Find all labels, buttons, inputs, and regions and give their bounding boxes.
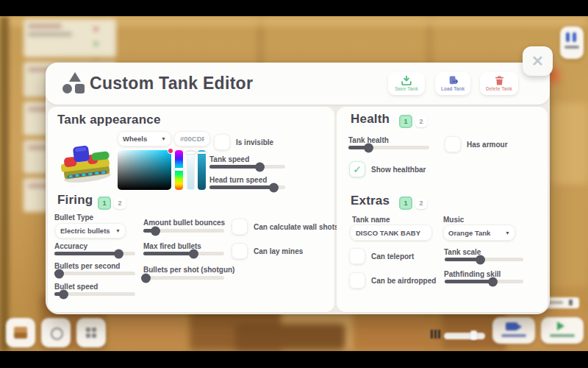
tank-appearance-heading: Tank appearance — [57, 113, 161, 127]
play-icon — [557, 322, 564, 330]
delete-tank-label: Delete Tank — [486, 86, 512, 91]
is-invisible-checkbox[interactable]: ✓ — [214, 134, 230, 150]
zoom-slider-knob[interactable] — [470, 330, 477, 340]
trash-icon — [495, 76, 504, 85]
accuracy-label: Accuracy — [54, 242, 87, 250]
record-label-blur — [501, 334, 526, 337]
save-icon — [401, 76, 412, 85]
can-teleport-checkbox[interactable]: ✓ — [349, 248, 365, 264]
zoom-slider[interactable] — [444, 333, 485, 339]
bullets-per-shot-slider[interactable] — [143, 276, 224, 280]
has-armour-checkbox[interactable]: ✓ — [445, 136, 461, 152]
bullets-per-second-slider[interactable] — [54, 272, 135, 275]
grid-icon — [86, 333, 90, 338]
can-calculate-wall-shots-label: Can calculate wall shots — [254, 223, 339, 231]
extras-tab-2[interactable]: 2 — [415, 197, 427, 209]
extras-tabs: 1 2 — [399, 197, 427, 210]
crate-icon — [14, 333, 27, 339]
check-icon: ✓ — [353, 163, 362, 175]
bullets-per-shot-label: Bullets per shot (shotgun) — [143, 266, 234, 274]
head-turn-speed-label: Head turn speed — [209, 176, 267, 184]
background-crate — [110, 313, 187, 350]
tank-scale-slider[interactable] — [445, 258, 523, 261]
firing-tabs: 1 2 — [98, 197, 126, 210]
chevron-down-icon: ▼ — [505, 230, 510, 236]
grid-tool-button[interactable] — [76, 318, 106, 347]
level-list-item-text — [28, 32, 72, 36]
tank-health-slider[interactable] — [348, 146, 429, 149]
can-teleport-label: Can teleport — [371, 252, 414, 261]
letterbox-bottom — [0, 351, 588, 368]
music-label: Music — [443, 216, 464, 224]
pause-button[interactable] — [560, 26, 584, 59]
color-picker-square[interactable] — [118, 150, 171, 190]
music-value: Orange Tank — [448, 229, 490, 237]
hue-strip[interactable] — [175, 150, 183, 190]
can-lay-mines-checkbox[interactable]: ✓ — [232, 243, 248, 259]
extras-heading: Extras — [351, 194, 390, 208]
firing-tab-2[interactable]: 2 — [114, 197, 126, 209]
rotate-tool-button[interactable] — [41, 318, 71, 347]
play-level-button[interactable] — [541, 317, 584, 344]
can-calculate-wall-shots-checkbox[interactable]: ✓ — [232, 219, 248, 235]
grid-icon — [86, 328, 90, 332]
health-tab-2[interactable]: 2 — [415, 116, 427, 127]
brightness-strip[interactable] — [198, 150, 206, 190]
can-be-airdropped-checkbox[interactable]: ✓ — [349, 272, 365, 289]
camera-icon — [517, 324, 522, 330]
delete-tank-button[interactable]: Delete Tank — [480, 72, 518, 95]
pathfinding-skill-slider[interactable] — [445, 280, 523, 283]
background-patch — [550, 191, 588, 287]
load-tank-button[interactable]: Load Tank — [435, 72, 470, 95]
bullets-per-second-label: Bullets per second — [54, 262, 120, 270]
zoom-indicator-bars — [438, 330, 440, 339]
tank-name-input[interactable] — [350, 224, 432, 241]
custom-tank-editor-dialog: Custom Tank Editor Save Tank Load Tank D… — [46, 63, 550, 314]
blocks-tool-button[interactable] — [6, 318, 35, 347]
right-panel: Health 1 2 Tank health ✓ Has armour ✓ Sh… — [337, 107, 548, 312]
level-status-dot — [94, 42, 98, 46]
tank-speed-label: Tank speed — [209, 155, 249, 163]
head-turn-speed-slider[interactable] — [209, 185, 285, 189]
close-button[interactable]: ✕ — [523, 46, 553, 76]
bullet-speed-slider[interactable] — [54, 292, 135, 296]
health-tab-1[interactable]: 1 — [399, 115, 412, 128]
level-list-item-text — [28, 24, 62, 28]
level-status-dot — [94, 27, 98, 31]
pause-label-blur — [564, 46, 579, 49]
crate-icon — [14, 327, 27, 333]
amount-bullet-bounces-slider[interactable] — [143, 229, 224, 233]
load-icon — [448, 76, 458, 85]
tank-part-value: Wheels — [123, 135, 147, 143]
game-screen: ✕ Custom Tank Editor Save Tank Load Tank… — [0, 0, 588, 368]
extras-tab-1[interactable]: 1 — [399, 197, 412, 210]
has-armour-label: Has armour — [467, 141, 508, 149]
close-icon: ✕ — [531, 52, 544, 70]
load-tank-label: Load Tank — [441, 86, 465, 91]
hex-color-input[interactable] — [174, 131, 210, 146]
background-patch — [551, 103, 588, 184]
record-button[interactable] — [492, 317, 535, 344]
bullet-type-select[interactable]: Electric bullets ▼ — [55, 223, 126, 238]
bullet-type-label: Bullet Type — [54, 213, 93, 222]
saturation-strip[interactable] — [187, 150, 195, 190]
save-tank-label: Save Tank — [395, 86, 418, 91]
accuracy-slider[interactable] — [54, 252, 135, 255]
music-select[interactable]: Orange Tank ▼ — [443, 224, 515, 241]
is-invisible-label: Is invisible — [236, 138, 273, 146]
firing-tab-1[interactable]: 1 — [98, 197, 111, 210]
camera-icon — [506, 322, 517, 330]
background-crate — [235, 324, 345, 350]
show-healthbar-label: Show healthbar — [371, 166, 426, 174]
health-tabs: 1 2 — [399, 115, 427, 128]
tank-part-select[interactable]: Wheels ▼ — [118, 131, 171, 146]
show-healthbar-checkbox[interactable]: ✓ — [349, 161, 365, 177]
tank-scale-label: Tank scale — [444, 248, 481, 256]
pause-icon — [573, 32, 576, 42]
zoom-indicator-bars — [434, 330, 437, 339]
tank-speed-slider[interactable] — [209, 165, 285, 169]
max-fired-bullets-slider[interactable] — [143, 252, 224, 255]
save-tank-button[interactable]: Save Tank — [388, 72, 425, 95]
background-wood-strip — [0, 16, 9, 352]
pause-icon — [566, 32, 570, 42]
